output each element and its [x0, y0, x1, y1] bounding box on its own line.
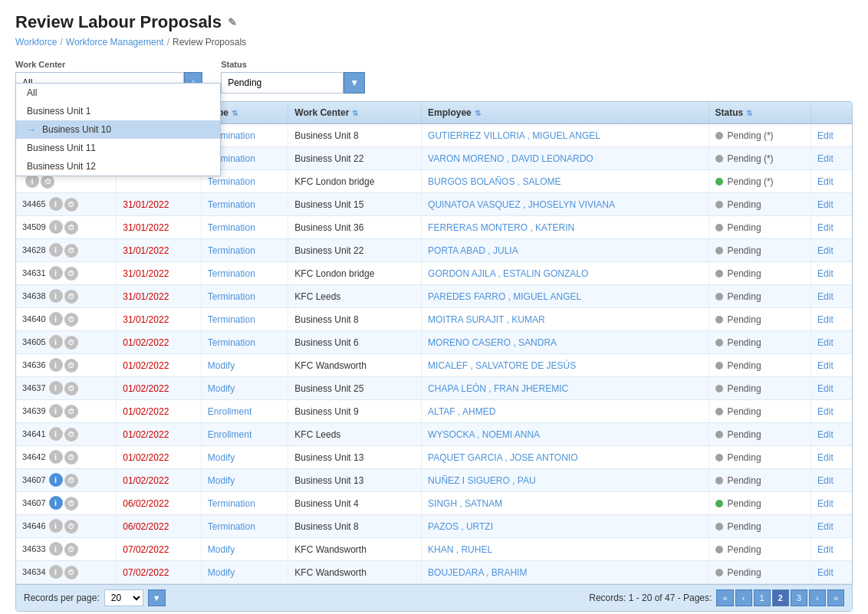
cell-employee[interactable]: PORTA ABAD , JULIA: [422, 239, 709, 262]
clock-icon[interactable]: ⏱: [64, 313, 78, 327]
cell-employee[interactable]: GUTIERREZ VILLORIA , MIGUEL ANGEL: [422, 124, 709, 147]
info-icon[interactable]: i: [49, 473, 63, 487]
cell-type[interactable]: Enrollment: [201, 400, 288, 423]
cell-edit[interactable]: Edit: [811, 423, 852, 446]
cell-type[interactable]: Termination: [201, 492, 288, 515]
cell-edit[interactable]: Edit: [811, 170, 852, 193]
cell-edit[interactable]: Edit: [811, 124, 852, 147]
cell-type[interactable]: Termination: [201, 515, 288, 538]
cell-edit[interactable]: Edit: [811, 538, 852, 561]
info-icon[interactable]: i: [49, 450, 63, 464]
clock-icon[interactable]: ⏱: [64, 336, 78, 350]
dropdown-item-all[interactable]: All: [16, 84, 220, 102]
cell-employee[interactable]: SINGH , SATNAM: [422, 492, 709, 515]
clock-icon[interactable]: ⏱: [64, 474, 78, 488]
info-icon[interactable]: i: [49, 220, 63, 234]
cell-employee[interactable]: CHAPA LEÓN , FRAN JHEREMIC: [422, 377, 709, 400]
cell-employee[interactable]: PAQUET GARCIA , JOSE ANTONIO: [422, 446, 709, 469]
clock-icon[interactable]: ⏱: [64, 428, 78, 442]
clock-icon[interactable]: ⏱: [64, 382, 78, 396]
clock-icon[interactable]: ⏱: [64, 405, 78, 419]
last-page-btn[interactable]: »: [827, 589, 844, 606]
cell-edit[interactable]: Edit: [811, 239, 852, 262]
per-page-btn[interactable]: ▼: [148, 589, 166, 606]
info-icon[interactable]: i: [49, 335, 63, 349]
cell-type[interactable]: Modify: [201, 469, 288, 492]
cell-type[interactable]: Termination: [201, 331, 288, 354]
cell-employee[interactable]: MICALEF , SALVATORE DE JESÚS: [422, 354, 709, 377]
first-page-btn[interactable]: «: [716, 589, 733, 606]
info-icon[interactable]: i: [49, 519, 63, 533]
info-icon[interactable]: i: [49, 243, 63, 257]
prev-page-btn[interactable]: ‹: [735, 589, 752, 606]
breadcrumb-workforce-management[interactable]: Workforce Management: [66, 37, 164, 48]
cell-type[interactable]: Modify: [201, 446, 288, 469]
cell-type[interactable]: Termination: [201, 239, 288, 262]
cell-edit[interactable]: Edit: [811, 308, 852, 331]
clock-icon[interactable]: ⏱: [64, 290, 78, 304]
cell-edit[interactable]: Edit: [811, 354, 852, 377]
cell-employee[interactable]: KHAN , RUHEL: [422, 538, 709, 561]
info-icon[interactable]: i: [49, 404, 63, 418]
clock-icon[interactable]: ⏱: [64, 566, 78, 580]
clock-icon[interactable]: ⏱: [64, 221, 78, 235]
cell-employee[interactable]: BOUJEDARA , BRAHIM: [422, 561, 709, 584]
cell-type[interactable]: Termination: [201, 285, 288, 308]
cell-employee[interactable]: MORENO CASERO , SANDRA: [422, 331, 709, 354]
dropdown-scroll[interactable]: All Business Unit 1 →Business Unit 10 Bu…: [16, 84, 220, 176]
clock-icon[interactable]: ⏱: [64, 520, 78, 534]
cell-employee[interactable]: PAREDES FARRO , MIGUEL ANGEL: [422, 285, 709, 308]
info-icon[interactable]: i: [49, 197, 63, 211]
cell-employee[interactable]: WYSOCKA , NOEMI ANNA: [422, 423, 709, 446]
cell-edit[interactable]: Edit: [811, 147, 852, 170]
cell-employee[interactable]: BURGOS BOLAÑOS , SALOME: [422, 170, 709, 193]
info-icon[interactable]: i: [49, 427, 63, 441]
info-icon[interactable]: i: [49, 381, 63, 395]
info-icon[interactable]: i: [49, 542, 63, 556]
cell-edit[interactable]: Edit: [811, 446, 852, 469]
cell-employee[interactable]: VARON MORENO , DAVID LEONARDO: [422, 147, 709, 170]
cell-type[interactable]: Modify: [201, 538, 288, 561]
cell-type[interactable]: Modify: [201, 561, 288, 584]
cell-type[interactable]: Enrollment: [201, 423, 288, 446]
cell-edit[interactable]: Edit: [811, 285, 852, 308]
dropdown-item-bu1[interactable]: Business Unit 1: [16, 102, 220, 120]
page-1-btn[interactable]: 1: [754, 589, 771, 606]
next-page-btn[interactable]: ›: [809, 589, 826, 606]
edit-title-icon[interactable]: ✎: [228, 16, 237, 28]
info-icon[interactable]: i: [49, 496, 63, 510]
cell-type[interactable]: Modify: [201, 377, 288, 400]
cell-type[interactable]: Termination: [201, 308, 288, 331]
clock-icon[interactable]: ⏱: [64, 543, 78, 557]
cell-edit[interactable]: Edit: [811, 331, 852, 354]
cell-edit[interactable]: Edit: [811, 377, 852, 400]
cell-type[interactable]: Modify: [201, 354, 288, 377]
info-icon[interactable]: i: [49, 266, 63, 280]
page-2-btn[interactable]: 2: [772, 589, 789, 606]
cell-employee[interactable]: ALTAF , AHMED: [422, 400, 709, 423]
cell-edit[interactable]: Edit: [811, 216, 852, 239]
cell-type[interactable]: Termination: [201, 262, 288, 285]
clock-icon[interactable]: ⏱: [41, 175, 54, 189]
cell-edit[interactable]: Edit: [811, 492, 852, 515]
cell-employee[interactable]: PAZOS , URTZI: [422, 515, 709, 538]
cell-employee[interactable]: MOITRA SURAJIT , KUMAR: [422, 308, 709, 331]
cell-edit[interactable]: Edit: [811, 515, 852, 538]
cell-type[interactable]: Termination: [201, 193, 288, 216]
dropdown-item-bu11[interactable]: Business Unit 11: [16, 139, 220, 157]
info-icon[interactable]: i: [49, 358, 63, 372]
col-employee[interactable]: Employee⇅: [422, 102, 709, 124]
dropdown-item-bu12[interactable]: Business Unit 12: [16, 157, 220, 176]
status-select[interactable]: Pending All Accepted Rejected: [221, 72, 344, 94]
per-page-select[interactable]: 20 50 100: [104, 589, 143, 606]
col-status[interactable]: Status⇅: [709, 102, 811, 124]
info-icon[interactable]: i: [49, 289, 63, 303]
info-icon[interactable]: i: [49, 565, 63, 579]
cell-edit[interactable]: Edit: [811, 469, 852, 492]
cell-edit[interactable]: Edit: [811, 193, 852, 216]
clock-icon[interactable]: ⏱: [64, 198, 78, 212]
cell-employee[interactable]: GORDON AJILA , ESTALIN GONZALO: [422, 262, 709, 285]
cell-employee[interactable]: FERRERAS MONTERO , KATERIN: [422, 216, 709, 239]
col-work-center[interactable]: Work Center⇅: [288, 102, 422, 124]
clock-icon[interactable]: ⏱: [64, 497, 78, 511]
